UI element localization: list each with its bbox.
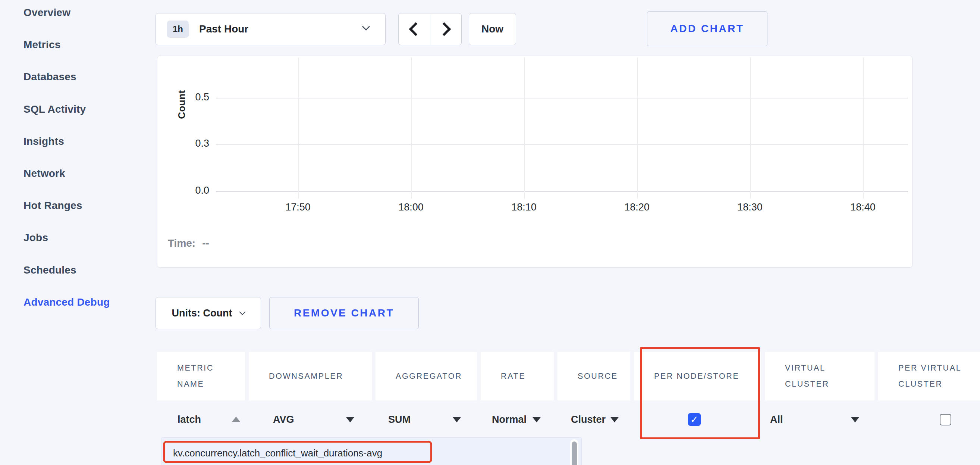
column-header-rate: RATE xyxy=(480,352,554,400)
aggregator-select[interactable]: SUM xyxy=(388,414,410,425)
gridline-horizontal xyxy=(216,144,908,145)
sidebar-item-hot-ranges[interactable]: Hot Ranges xyxy=(24,200,83,212)
column-header-source: SOURCE xyxy=(557,352,630,400)
gridline-vertical xyxy=(637,58,638,198)
time-readout-label: Time: xyxy=(168,237,196,249)
sidebar-nav: OverviewMetricsDatabasesSQL ActivityInsi… xyxy=(0,0,149,465)
now-button[interactable]: Now xyxy=(469,13,516,45)
x-axis-tick-label: 17:50 xyxy=(272,201,324,213)
remove-chart-button[interactable]: REMOVE CHART xyxy=(269,297,419,329)
metric-suggestion-item[interactable]: kv.concurrency.latch_conflict_wait_durat… xyxy=(173,447,382,459)
gridline-vertical xyxy=(411,58,412,198)
checkmark-icon: ✓ xyxy=(690,415,698,424)
chevron-down-icon xyxy=(362,23,370,30)
chevron-left-icon xyxy=(409,22,423,36)
units-select[interactable]: Units: Count xyxy=(156,297,261,329)
next-time-button[interactable] xyxy=(430,13,462,45)
rate-select[interactable]: Normal xyxy=(492,414,527,425)
chevron-down-icon xyxy=(239,309,246,315)
time-nav-arrow-group xyxy=(398,13,462,45)
dropdown-scrollbar-thumb[interactable] xyxy=(572,441,577,465)
column-header-metric-name: METRIC NAME xyxy=(157,352,245,400)
column-header-per-node-store: PER NODE/STORE xyxy=(634,352,761,400)
caret-up-icon[interactable] xyxy=(232,417,240,422)
gridline-vertical xyxy=(298,58,299,198)
time-range-label: Past Hour xyxy=(199,23,248,35)
x-axis-tick-label: 18:30 xyxy=(724,201,776,213)
caret-down-icon[interactable] xyxy=(533,417,541,422)
sidebar-item-network[interactable]: Network xyxy=(24,168,65,179)
virtual-cluster-select[interactable]: All xyxy=(770,414,783,425)
sidebar-item-databases[interactable]: Databases xyxy=(24,71,76,83)
gridline-vertical xyxy=(524,58,525,198)
source-select[interactable]: Cluster xyxy=(571,414,606,425)
y-axis-tick-label: 0.3 xyxy=(176,138,209,149)
column-header-aggregator: AGGREGATOR xyxy=(375,352,477,400)
sidebar-item-overview[interactable]: Overview xyxy=(24,7,70,19)
downsampler-select[interactable]: AVG xyxy=(273,414,294,425)
gridline-horizontal xyxy=(216,98,908,99)
sidebar-item-sql-activity[interactable]: SQL Activity xyxy=(24,103,86,115)
caret-down-icon[interactable] xyxy=(453,417,461,422)
x-axis-tick-label: 18:00 xyxy=(385,201,437,213)
column-header-virtual-cluster: VIRTUAL CLUSTER xyxy=(765,352,875,400)
sidebar-item-insights[interactable]: Insights xyxy=(24,136,64,147)
sidebar-item-metrics[interactable]: Metrics xyxy=(24,39,60,51)
caret-down-icon[interactable] xyxy=(611,417,619,422)
prev-time-button[interactable] xyxy=(399,13,430,45)
time-range-picker[interactable]: 1h Past Hour xyxy=(156,13,386,45)
gridline-vertical xyxy=(750,58,751,198)
time-readout-value: -- xyxy=(202,237,209,249)
sidebar-item-jobs[interactable]: Jobs xyxy=(24,232,48,244)
chevron-right-icon xyxy=(438,22,451,36)
column-header-downsampler: DOWNSAMPLER xyxy=(249,352,372,400)
hover-time-readout: Time:-- xyxy=(168,237,209,249)
metric-name-input[interactable]: latch xyxy=(178,414,201,425)
x-axis-tick-label: 18:20 xyxy=(611,201,663,213)
y-axis-tick-label: 0.5 xyxy=(176,91,209,103)
column-header-per-virtual-cluster: PER VIRTUAL CLUSTER xyxy=(878,352,980,400)
caret-down-icon[interactable] xyxy=(851,417,859,422)
units-select-label: Units: Count xyxy=(172,307,232,319)
y-axis-tick-label: 0.0 xyxy=(176,185,209,196)
sidebar-item-schedules[interactable]: Schedules xyxy=(24,264,76,276)
time-range-badge: 1h xyxy=(167,21,189,38)
x-axis-tick-label: 18:10 xyxy=(498,201,550,213)
gridline-vertical xyxy=(863,58,864,198)
add-chart-button[interactable]: ADD CHART xyxy=(647,11,767,46)
custom-chart-panel: Count 0.50.30.017:5018:0018:1018:2018:30… xyxy=(157,56,913,268)
dropdown-scrollbar-track[interactable] xyxy=(570,439,578,465)
per-node-store-checkbox[interactable]: ✓ xyxy=(688,413,701,426)
caret-down-icon[interactable] xyxy=(346,417,354,422)
x-axis-tick-label: 18:40 xyxy=(837,201,889,213)
sidebar-item-advanced-debug[interactable]: Advanced Debug xyxy=(24,296,110,308)
gridline-horizontal xyxy=(216,191,908,192)
metric-suggestions-dropdown: kv.concurrency.latch_conflict_wait_durat… xyxy=(161,437,582,465)
per-virtual-cluster-checkbox[interactable]: ✓ xyxy=(940,414,951,425)
